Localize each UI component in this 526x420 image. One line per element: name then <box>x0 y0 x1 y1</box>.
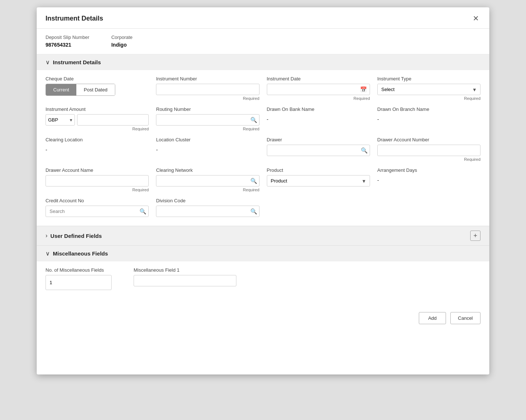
form-row-1: Cheque Date Current Post Dated Instrumen… <box>46 76 480 101</box>
misc-fields-section: ∨ Miscellaneous Fields No. of Miscellane… <box>37 246 489 299</box>
currency-wrapper: GBP ▼ <box>46 114 75 126</box>
drawer-account-number-input[interactable] <box>377 145 480 156</box>
post-dated-button[interactable]: Post Dated <box>76 84 115 95</box>
instrument-date-wrapper: 📅 <box>267 84 370 95</box>
modal-header: Instrument Details ✕ <box>37 7 489 29</box>
routing-number-input[interactable] <box>156 114 259 126</box>
drawer-label: Drawer <box>267 137 370 142</box>
instrument-details-chevron: ∨ <box>46 59 50 66</box>
deposit-slip-group: Deposit Slip Number 987654321 <box>46 35 89 48</box>
credit-account-search-icon[interactable]: 🔍 <box>139 208 146 215</box>
cancel-button[interactable]: Cancel <box>450 312 480 324</box>
drawer-account-name-required: Required <box>46 188 149 192</box>
user-defined-title: User Defined Fields <box>50 233 102 239</box>
instrument-amount-input[interactable] <box>77 114 149 126</box>
user-defined-section: › User Defined Fields + <box>37 226 489 245</box>
credit-account-input[interactable] <box>46 206 149 217</box>
instrument-date-required: Required <box>267 96 370 101</box>
drawn-on-branch-col: Drawn On Branch Name - <box>377 106 480 124</box>
arrangement-days-label: Arrangement Days <box>377 167 480 173</box>
user-defined-chevron: › <box>46 232 47 239</box>
drawer-search-icon[interactable]: 🔍 <box>361 147 368 154</box>
modal-footer: Add Cancel <box>37 306 489 330</box>
misc-form-row: No. of Miscellaneous Fields ∨ ∧ Miscella… <box>46 267 480 290</box>
instrument-date-col: Instrument Date 📅 Required <box>267 76 370 101</box>
amount-group: GBP ▼ <box>46 114 149 126</box>
instrument-type-wrapper: Select ▼ <box>377 84 480 95</box>
no-of-fields-input[interactable] <box>46 277 112 288</box>
clearing-location-value: - <box>46 145 149 155</box>
instrument-number-input[interactable] <box>156 84 259 95</box>
user-defined-section-header[interactable]: › User Defined Fields + <box>37 226 489 245</box>
drawer-input[interactable] <box>267 145 370 156</box>
location-cluster-col: Location Cluster - <box>156 137 259 155</box>
credit-account-wrapper: 🔍 <box>46 206 149 217</box>
division-code-label: Division Code <box>156 198 259 203</box>
clearing-network-search-icon[interactable]: 🔍 <box>250 178 257 184</box>
corporate-label: Corporate <box>111 35 133 40</box>
drawn-on-branch-label: Drawn On Branch Name <box>377 106 480 112</box>
drawer-account-name-input[interactable] <box>46 175 149 187</box>
credit-account-col: Credit Account No 🔍 <box>46 198 149 217</box>
drawn-on-bank-value: - <box>267 114 370 124</box>
clearing-location-label: Clearing Location <box>46 137 149 142</box>
product-select[interactable]: Product <box>267 175 370 187</box>
drawer-account-name-col: Drawer Account Name Required <box>46 167 149 192</box>
arrangement-days-col: Arrangement Days - <box>377 167 480 185</box>
instrument-details-body: Cheque Date Current Post Dated Instrumen… <box>37 70 489 226</box>
current-button[interactable]: Current <box>46 84 76 95</box>
division-code-search-icon[interactable]: 🔍 <box>250 208 257 215</box>
location-cluster-label: Location Cluster <box>156 137 259 142</box>
instrument-number-col: Instrument Number Required <box>156 76 259 101</box>
close-button[interactable]: ✕ <box>471 15 480 22</box>
instrument-type-col: Instrument Type Select ▼ Required <box>377 76 480 101</box>
product-wrapper: Product ▼ <box>267 175 370 187</box>
product-col: Product Product ▼ <box>267 167 370 187</box>
instrument-number-required: Required <box>156 96 259 101</box>
misc-chevron: ∨ <box>46 250 50 257</box>
add-button[interactable]: Add <box>419 312 446 324</box>
misc-field1-input[interactable] <box>134 275 236 286</box>
no-of-fields-stepper: ∨ ∧ <box>46 275 112 290</box>
instrument-details-title: Instrument Details <box>53 59 101 65</box>
currency-select[interactable]: GBP <box>46 114 75 126</box>
instrument-amount-label: Instrument Amount <box>46 106 149 112</box>
division-code-input[interactable] <box>156 206 259 217</box>
cheque-date-label: Cheque Date <box>46 76 149 82</box>
routing-number-required: Required <box>156 127 259 131</box>
form-row-3: Clearing Location - Location Cluster - D… <box>46 137 480 162</box>
clearing-network-input[interactable] <box>156 175 259 187</box>
cheque-date-col: Cheque Date Current Post Dated <box>46 76 149 96</box>
division-code-wrapper: 🔍 <box>156 206 259 217</box>
instrument-type-required: Required <box>377 96 480 101</box>
clearing-network-col: Clearing Network 🔍 Required <box>156 167 259 192</box>
corporate-group: Corporate Indigo <box>111 35 133 48</box>
instrument-details-modal: Instrument Details ✕ Deposit Slip Number… <box>37 7 489 374</box>
no-of-fields-label: No. of Miscellaneous Fields <box>46 267 126 273</box>
form-row-4: Drawer Account Name Required Clearing Ne… <box>46 167 480 192</box>
drawer-col: Drawer 🔍 <box>267 137 370 156</box>
misc-title: Miscellaneous Fields <box>53 250 108 257</box>
misc-field1-col: Miscellaneous Field 1 <box>134 267 236 286</box>
instrument-type-select[interactable]: Select <box>377 84 480 95</box>
no-of-fields-col: No. of Miscellaneous Fields ∨ ∧ <box>46 267 126 290</box>
drawn-on-bank-label: Drawn On Bank Name <box>267 106 370 112</box>
instrument-date-input[interactable] <box>267 84 370 95</box>
drawer-account-name-label: Drawer Account Name <box>46 167 149 173</box>
instrument-details-section: ∨ Instrument Details Cheque Date Current… <box>37 54 489 226</box>
cheque-date-toggle: Current Post Dated <box>46 84 115 96</box>
form-row-2: Instrument Amount GBP ▼ Required Routing <box>46 106 480 131</box>
routing-number-search-icon[interactable]: 🔍 <box>250 117 257 123</box>
clearing-network-wrapper: 🔍 <box>156 175 259 187</box>
deposit-slip-label: Deposit Slip Number <box>46 35 89 40</box>
add-user-defined-button[interactable]: + <box>470 231 480 241</box>
misc-section-header[interactable]: ∨ Miscellaneous Fields <box>37 246 489 261</box>
corporate-value: Indigo <box>111 42 127 48</box>
misc-section-body: No. of Miscellaneous Fields ∨ ∧ Miscella… <box>37 261 489 299</box>
clearing-network-required: Required <box>156 188 259 192</box>
arrangement-days-value: - <box>377 175 480 185</box>
instrument-details-section-header[interactable]: ∨ Instrument Details <box>37 54 489 70</box>
routing-number-col: Routing Number 🔍 Required <box>156 106 259 131</box>
routing-number-label: Routing Number <box>156 106 259 112</box>
clearing-network-label: Clearing Network <box>156 167 259 173</box>
